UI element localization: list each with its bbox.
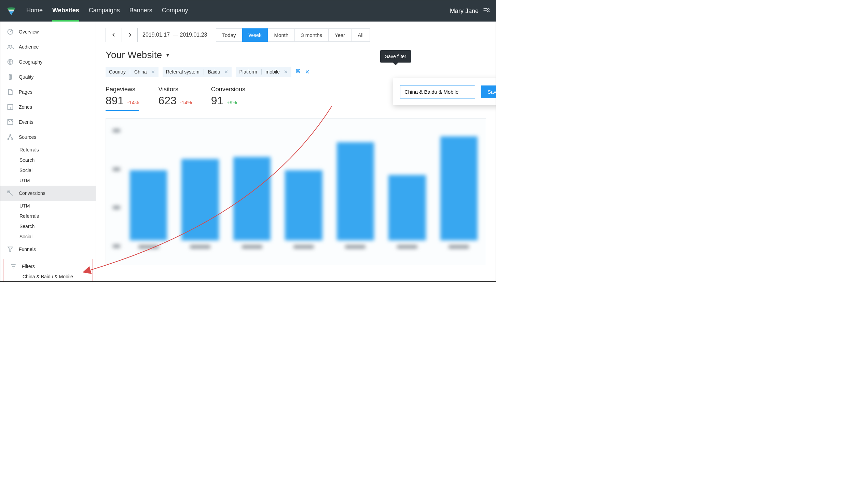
sidebar-item-pages[interactable]: Pages [0, 84, 96, 99]
sidebar-sub-conv-search[interactable]: Search [0, 221, 96, 231]
sidebar-sub-conv-social[interactable]: Social [0, 231, 96, 242]
sidebar-item-conversions[interactable]: Conversions [0, 186, 96, 201]
svg-point-3 [487, 9, 489, 10]
zones-icon [6, 103, 14, 111]
sidebar-sub-conv-utm[interactable]: UTM [0, 201, 96, 211]
svg-point-11 [10, 78, 11, 79]
sidebar-sub-search[interactable]: Search [0, 155, 96, 165]
range-year[interactable]: Year [328, 28, 352, 42]
sidebar-item-label: Events [19, 119, 33, 125]
events-icon [6, 118, 14, 126]
range-week[interactable]: Week [242, 28, 268, 42]
main-panel: 2019.01.17 — 2019.01.23 Today Week Month… [96, 22, 496, 281]
page-icon [6, 88, 14, 96]
metric-conversions[interactable]: Conversions 91 +9% [211, 86, 245, 111]
chart-area [106, 118, 486, 265]
nav-home[interactable]: Home [26, 7, 43, 22]
svg-point-0 [7, 8, 15, 9]
svg-point-17 [8, 138, 9, 139]
date-prev-button[interactable] [106, 28, 122, 42]
svg-point-16 [10, 135, 11, 136]
svg-point-5 [8, 45, 10, 46]
conversions-icon [6, 189, 14, 197]
sidebar-sub-saved-filter[interactable]: China & Baidu & Mobile [3, 272, 93, 281]
user-menu[interactable]: Mary Jane [450, 7, 490, 15]
filter-chip-country: Country China ✕ [106, 67, 159, 77]
sidebar-sub-social[interactable]: Social [0, 165, 96, 175]
chart-bars [130, 129, 478, 249]
sidebar-item-label: Audience [19, 44, 39, 50]
save-filter-popover: Save [393, 78, 496, 105]
sidebar-item-funnels[interactable]: Funnels [0, 242, 96, 257]
site-title: Your Website [106, 50, 162, 61]
date-toolbar: 2019.01.17 — 2019.01.23 Today Week Month… [106, 28, 486, 42]
nav-banners[interactable]: Banners [129, 7, 152, 22]
range-all[interactable]: All [351, 28, 370, 42]
sidebar-item-label: Geography [19, 59, 42, 65]
remove-filter-icon[interactable]: ✕ [223, 69, 228, 75]
filter-chip-platform: Platform mobile ✕ [236, 67, 291, 77]
range-tabs: Today Week Month 3 months Year All [216, 28, 370, 42]
chart-y-axis [113, 129, 120, 248]
sidebar-sub-utm[interactable]: UTM [0, 175, 96, 186]
active-filters: Country China ✕ Referral system Baidu ✕ … [106, 67, 486, 77]
save-filter-icon[interactable] [295, 68, 301, 75]
user-switch-icon [483, 7, 490, 15]
metric-pageviews[interactable]: Pageviews 891 -14% [106, 86, 139, 111]
sidebar-item-audience[interactable]: Audience [0, 39, 96, 54]
range-month[interactable]: Month [268, 28, 295, 42]
date-range[interactable]: 2019.01.17 — 2019.01.23 [142, 32, 207, 38]
traffic-light-icon [6, 73, 14, 81]
funnel-icon [6, 245, 14, 253]
nav-websites[interactable]: Websites [52, 7, 79, 22]
sidebar-item-zones[interactable]: Zones [0, 99, 96, 115]
sidebar-item-overview[interactable]: Overview [0, 24, 96, 39]
sidebar-item-label: Zones [19, 104, 32, 110]
sidebar-item-label: Filters [22, 264, 35, 269]
remove-filter-icon[interactable]: ✕ [150, 69, 155, 75]
nav-company[interactable]: Company [162, 7, 188, 22]
sidebar-item-filters[interactable]: Filters [3, 261, 93, 272]
save-filter-tooltip: Save filter [380, 50, 411, 63]
filter-chip-referral: Referral system Baidu ✕ [163, 67, 232, 77]
filters-highlight-box: Filters China & Baidu & Mobile [3, 259, 93, 282]
sidebar-item-label: Overview [19, 29, 39, 35]
clear-filters-icon[interactable]: ✕ [305, 69, 309, 75]
filter-icon [10, 263, 17, 270]
svg-point-10 [10, 77, 11, 78]
logo-icon [6, 6, 16, 16]
sidebar-item-label: Pages [19, 89, 32, 95]
sidebar-item-label: Conversions [19, 190, 45, 196]
user-name: Mary Jane [450, 8, 479, 15]
app-header: Home Websites Campaigns Banners Company … [0, 0, 496, 22]
sidebar-item-label: Funnels [19, 246, 36, 252]
sidebar-item-geography[interactable]: Geography [0, 54, 96, 69]
globe-icon [6, 58, 14, 66]
svg-point-9 [10, 75, 11, 76]
save-button[interactable]: Save [481, 85, 496, 98]
date-next-button[interactable] [122, 28, 137, 42]
site-selector[interactable]: Your Website ▼ [106, 50, 486, 61]
remove-filter-icon[interactable]: ✕ [283, 69, 288, 75]
svg-rect-22 [297, 69, 299, 70]
sidebar: Overview Audience Geography Quality Page… [0, 22, 96, 281]
sources-icon [6, 133, 14, 141]
sidebar-item-label: Quality [19, 74, 34, 80]
nav-campaigns[interactable]: Campaigns [89, 7, 120, 22]
svg-rect-23 [297, 71, 300, 73]
top-nav: Home Websites Campaigns Banners Company [26, 1, 188, 22]
filter-name-input[interactable] [400, 85, 475, 98]
range-3months[interactable]: 3 months [294, 28, 329, 42]
sidebar-sub-referrals[interactable]: Referrals [0, 145, 96, 155]
svg-point-6 [11, 45, 12, 46]
sidebar-sub-conv-referrals[interactable]: Referrals [0, 211, 96, 221]
sidebar-item-sources[interactable]: Sources [0, 130, 96, 145]
sidebar-item-quality[interactable]: Quality [0, 69, 96, 84]
sidebar-item-events[interactable]: Events [0, 115, 96, 130]
date-nav [106, 28, 138, 42]
svg-point-18 [12, 138, 13, 139]
range-today[interactable]: Today [216, 28, 243, 42]
metric-visitors[interactable]: Visitors 623 -14% [158, 86, 192, 111]
people-icon [6, 43, 14, 51]
chevron-down-icon: ▼ [165, 52, 170, 58]
